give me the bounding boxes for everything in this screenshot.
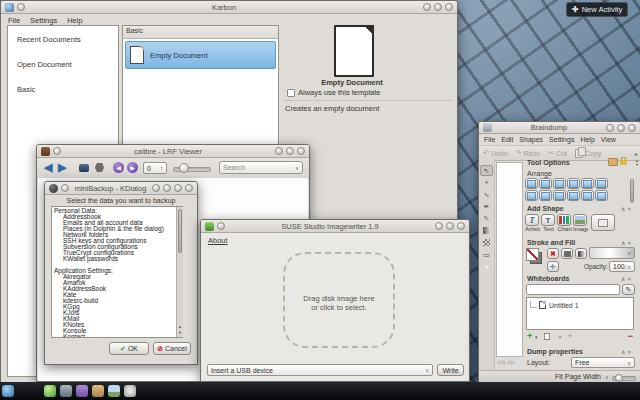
duplicate-board-button[interactable] <box>544 333 550 340</box>
stepper-icon[interactable]: ↕ <box>161 165 164 171</box>
float-docker-icon[interactable]: ∧ <box>621 206 625 212</box>
add-board-button[interactable]: + <box>527 332 532 341</box>
window-menu-button[interactable] <box>53 147 61 155</box>
shape-collection-button[interactable] <box>591 214 615 231</box>
opacity-spinbox[interactable]: 100.00 ∨ <box>609 261 635 272</box>
docker-scrollbar[interactable] <box>630 179 634 203</box>
device-combobox[interactable]: Insert a USB device ∨ <box>207 364 433 376</box>
backup-item-list[interactable]: Personal Data:AddressbookEmails and all … <box>51 206 183 338</box>
launcher-icon[interactable] <box>2 385 14 397</box>
position-slider[interactable] <box>173 162 211 174</box>
board-name-input[interactable] <box>526 284 620 295</box>
docker-scroll-icons[interactable]: ▲▼ <box>635 159 639 167</box>
float-docker-icon[interactable]: ∧ <box>621 240 625 246</box>
folder-icon[interactable] <box>608 158 618 166</box>
menu-item[interactable]: Settings <box>546 135 577 144</box>
tool-button[interactable] <box>480 213 493 224</box>
toolbar-button[interactable]: Undo <box>479 149 512 157</box>
arrange-button[interactable] <box>539 178 552 189</box>
menu-item[interactable]: Shapes <box>516 135 546 144</box>
shape-button[interactable]: Artistic <box>525 214 540 232</box>
close-button[interactable] <box>445 3 453 11</box>
arrange-button[interactable] <box>525 178 538 189</box>
window-menu-button[interactable] <box>61 184 69 192</box>
list-header[interactable]: Basic <box>123 26 278 39</box>
forward-button[interactable]: ▶ <box>58 162 66 173</box>
cancel-button[interactable]: ⊘ Cancel <box>153 342 191 355</box>
tool-button[interactable] <box>480 225 493 236</box>
write-button[interactable]: Write <box>437 364 464 376</box>
menu-item[interactable]: File <box>481 135 498 144</box>
zoom-mode-label[interactable]: Fit Page Width <box>555 373 601 380</box>
window-menu-button[interactable] <box>17 3 25 11</box>
chevron-down-icon[interactable]: ∨ <box>295 165 299 171</box>
back-button[interactable]: ◀ <box>44 162 52 173</box>
imagewriter-titlebar[interactable]: SUSE Studio Imagewriter 1.9 <box>201 220 469 233</box>
ok-button[interactable]: ✔ OK <box>109 342 149 355</box>
layout-combobox[interactable]: Free ∨ <box>571 357 635 368</box>
dump-properties-header[interactable]: Dump properties ∧ × <box>525 348 633 355</box>
launcher-icon[interactable] <box>124 385 136 397</box>
window-menu-button[interactable] <box>217 222 225 230</box>
chevron-down-icon[interactable]: ∨ <box>605 374 609 380</box>
close-docker-icon[interactable]: × <box>627 349 631 355</box>
stroke-fill-indicator[interactable] <box>526 248 542 264</box>
gradient-fill-button[interactable] <box>575 248 587 259</box>
about-link[interactable]: About <box>208 236 228 245</box>
sidebar-item[interactable]: Basic <box>9 77 117 101</box>
keep-above-button[interactable] <box>152 184 160 192</box>
gradient-preset-combobox[interactable]: ∨ <box>589 247 635 259</box>
tool-button[interactable] <box>480 237 493 248</box>
toolbar-button[interactable]: Copy <box>571 149 605 158</box>
launcher-icon[interactable] <box>92 385 104 397</box>
minimize-button[interactable] <box>606 124 614 132</box>
list-item[interactable]: Kontact <box>54 334 180 338</box>
tool-button[interactable] <box>480 201 493 212</box>
close-docker-icon[interactable]: × <box>627 206 631 212</box>
disk-image-dropzone[interactable]: Drag disk image here or click to select. <box>283 252 395 348</box>
menu-item[interactable]: Edit <box>498 135 516 144</box>
sidebar-item[interactable]: Open Document <box>9 52 117 76</box>
minibackup-titlebar[interactable]: miniBackup - KDialog <box>45 182 197 195</box>
minimize-button[interactable] <box>163 184 171 192</box>
sidebar-item[interactable]: Recent Documents <box>9 27 117 51</box>
tool-button[interactable] <box>480 249 493 260</box>
configure-icon[interactable] <box>95 163 104 172</box>
shape-button[interactable]: Text <box>541 214 556 232</box>
toolbar-button[interactable]: Cut <box>544 149 571 157</box>
whiteboards-header[interactable]: Whiteboards ∧ × <box>525 275 633 282</box>
open-file-icon[interactable] <box>79 164 89 172</box>
menu-item[interactable]: Help <box>577 135 597 144</box>
maximize-button[interactable] <box>434 3 442 11</box>
always-use-checkbox[interactable] <box>287 89 295 97</box>
braindump-titlebar[interactable]: Braindump <box>479 122 640 134</box>
lock-icon[interactable] <box>620 160 627 165</box>
arrange-button[interactable] <box>539 190 552 201</box>
canvas[interactable] <box>496 162 523 357</box>
add-shape-header[interactable]: Add Shape ∧ × <box>525 205 633 212</box>
arrange-button[interactable] <box>595 190 608 201</box>
minimize-button[interactable] <box>423 3 431 11</box>
maximize-button[interactable] <box>286 147 294 155</box>
shape-button[interactable]: Image <box>573 214 588 232</box>
scroll-down-icon[interactable]: ▼ <box>178 330 182 335</box>
arrange-button[interactable] <box>567 190 580 201</box>
whiteboard-list[interactable]: Untitled 1 <box>526 297 634 330</box>
minimize-button[interactable] <box>275 147 283 155</box>
move-down-button[interactable]: ▼ <box>567 333 573 339</box>
close-button[interactable] <box>185 184 193 192</box>
close-docker-icon[interactable]: × <box>627 240 631 246</box>
scroll-up-icon[interactable]: ▲ <box>178 324 182 329</box>
maximize-button[interactable] <box>174 184 182 192</box>
minimize-button[interactable] <box>435 222 443 230</box>
next-section-button[interactable]: ▶ <box>127 162 138 173</box>
float-docker-icon[interactable]: ∧ <box>621 349 625 355</box>
toolbar-overflow-icon[interactable]: ▸ <box>635 150 638 157</box>
close-button[interactable] <box>457 222 465 230</box>
launcher-icon[interactable] <box>44 385 56 397</box>
close-button[interactable] <box>297 147 305 155</box>
launcher-icon[interactable] <box>60 385 72 397</box>
launcher-icon[interactable] <box>76 385 88 397</box>
new-activity-button[interactable]: ✚ New Activity <box>566 2 628 17</box>
arrange-button[interactable] <box>553 190 566 201</box>
